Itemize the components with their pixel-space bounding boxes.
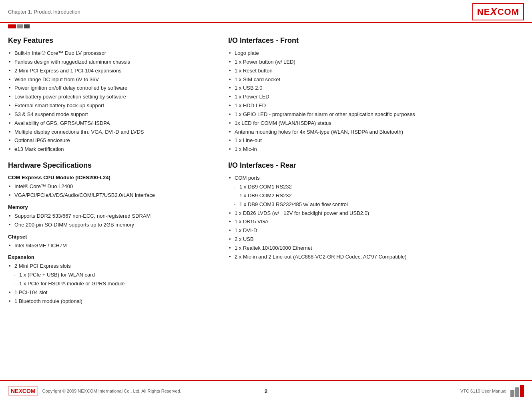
- memory-list: Supports DDR2 533/667 non-ECC, non-regis…: [8, 213, 216, 229]
- left-column: Key Features Built-in Intel® Core™ Duo L…: [8, 36, 216, 309]
- memory-title: Memory: [8, 204, 216, 210]
- list-item: 1 x DVI-D: [228, 227, 460, 235]
- list-item: Wide range DC input from 6V to 36V: [8, 76, 216, 84]
- key-features-title: Key Features: [8, 36, 216, 45]
- expansion-list: 2 Mini PCI Express slots 1 x (PCIe + USB…: [8, 263, 216, 305]
- list-item: One 200-pin SO-DIMM supports up to 2GB m…: [8, 221, 216, 229]
- list-item: Logo plate: [228, 50, 460, 57]
- list-item: Fanless design with ruggedized aluminum …: [8, 58, 216, 66]
- right-column: I/O Interfaces - Front Logo plate 1 x Po…: [228, 36, 460, 309]
- io-rear-list: COM ports 1 x DB9 COM1 RS232 1 x DB9 COM…: [228, 174, 460, 261]
- cpu-module-list: Intel® Core™ Duo L2400 VGA/PCI/PCIe/LVDS…: [8, 183, 216, 199]
- hw-spec-title: Hardware Specifications: [8, 161, 216, 170]
- nexcom-logo: NEXCOM: [472, 3, 524, 20]
- list-item: External smart battery back-up support: [8, 102, 216, 110]
- list-item: COM ports: [228, 174, 460, 182]
- list-item: Low battery power protection setting by …: [8, 93, 216, 101]
- list-item: Multiple display connections thru VGA, D…: [8, 128, 216, 136]
- chapter-title: Chapter 1: Product Introduction: [8, 9, 80, 15]
- list-item: 1 x DB15 VGA: [228, 218, 460, 226]
- list-item: Power ignition on/off delay controlled b…: [8, 84, 216, 92]
- list-item: 1 x PCIe for HSDPA module or GPRS module: [8, 280, 216, 288]
- list-item: 1 PCI-104 slot: [8, 289, 216, 297]
- expansion-title: Expansion: [8, 254, 216, 260]
- list-item: 1x LED for COMM (WLAN/HSDPA) status: [228, 120, 460, 127]
- list-item: 1 Bluetooth module (optional): [8, 298, 216, 305]
- list-item: Built-in Intel® Core™ Duo LV processor: [8, 50, 216, 57]
- footer-decoration: [510, 385, 524, 397]
- list-item: 2 Mini PCI Express and 1 PCI-104 expansi…: [8, 67, 216, 75]
- footer-left: NEXCOM Copyright © 2009 NEXCOM Internati…: [8, 387, 181, 395]
- footer-page-number: 2: [265, 388, 267, 394]
- footer-copyright: Copyright © 2009 NEXCOM International Co…: [42, 389, 181, 393]
- list-item: 1 x Line-out: [228, 137, 460, 144]
- list-item: 1 x Power LED: [228, 93, 460, 101]
- io-rear-title: I/O Interfaces - Rear: [228, 161, 460, 170]
- list-item: 1 x Mic-in: [228, 146, 460, 153]
- list-item: 1 x Power button (w/ LED): [228, 58, 460, 66]
- list-item: 1 x HDD LED: [228, 102, 460, 110]
- list-item: 1 x DB9 COM2 RS232: [228, 192, 460, 200]
- logo-container: NEXCOM: [472, 3, 524, 20]
- list-item: 1 x USB 2.0: [228, 84, 460, 92]
- logo-ne: NE: [477, 7, 490, 17]
- page-header: Chapter 1: Product Introduction NEXCOM: [0, 0, 532, 23]
- color-bar-gray: [17, 24, 23, 28]
- list-item: S3 & S4 suspend mode support: [8, 111, 216, 118]
- footer-product: VTC 6110 User Manual: [460, 389, 506, 393]
- color-bar-darkgray: [24, 24, 30, 28]
- cpu-module-title: COM Express CPU Module (ICES200-L24): [8, 174, 216, 180]
- color-bar: [8, 24, 524, 28]
- bar-icon-2: [515, 387, 519, 397]
- list-item: 1 x SIM card socket: [228, 76, 460, 84]
- logo-x: X: [490, 6, 497, 18]
- list-item: Intel 945GME / ICH7M: [8, 242, 216, 250]
- footer-right: VTC 6110 User Manual: [460, 385, 524, 397]
- logo-com: COM: [498, 7, 519, 17]
- list-item: VGA/PCI/PCIe/LVDS/Audio/COM/LPT/USB2.0/L…: [8, 192, 216, 199]
- list-item: Supports DDR2 533/667 non-ECC, non-regis…: [8, 213, 216, 220]
- list-item: 2 x Mic-in and 2 Line-out (ALC888-VC2-GR…: [228, 253, 460, 261]
- bar-icon-1: [510, 390, 514, 397]
- key-features-list: Built-in Intel® Core™ Duo LV processor F…: [8, 50, 216, 153]
- list-item: Intel® Core™ Duo L2400: [8, 183, 216, 190]
- list-item: 1 x DB9 COM3 RS232/485 w/ auto flow cont…: [228, 201, 460, 209]
- list-item: 1 x Realtek 10/100/1000 Ethernet: [228, 245, 460, 252]
- list-item: 2 x USB: [228, 236, 460, 243]
- chipset-title: Chipset: [8, 234, 216, 240]
- color-bar-red: [8, 24, 16, 28]
- list-item: 1 x DB26 LVDS (w/ +12V for backlight pow…: [228, 210, 460, 217]
- list-item: Antenna mounting holes for 4x SMA-type (…: [228, 128, 460, 136]
- list-item: 2 Mini PCI Express slots: [8, 263, 216, 270]
- main-content: Key Features Built-in Intel® Core™ Duo L…: [0, 28, 532, 333]
- list-item: 1 x Reset button: [228, 67, 460, 75]
- list-item: Availability of GPS, GPRS/UMTS/HSDPA: [8, 120, 216, 127]
- list-item: Optional IP65 enclosure: [8, 137, 216, 144]
- list-item: 1 x GPIO LED - programmable for alarm or…: [228, 111, 460, 118]
- io-front-title: I/O Interfaces - Front: [228, 36, 460, 45]
- list-item: 1 x DB9 COM1 RS232: [228, 183, 460, 191]
- list-item: e13 Mark certification: [8, 146, 216, 153]
- list-item: 1 x (PCIe + USB) for WLAN card: [8, 271, 216, 279]
- bar-icon-3: [520, 385, 524, 397]
- chipset-list: Intel 945GME / ICH7M: [8, 242, 216, 250]
- page-footer: NEXCOM Copyright © 2009 NEXCOM Internati…: [0, 380, 532, 401]
- io-front-list: Logo plate 1 x Power button (w/ LED) 1 x…: [228, 50, 460, 153]
- footer-logo: NEXCOM: [8, 387, 38, 395]
